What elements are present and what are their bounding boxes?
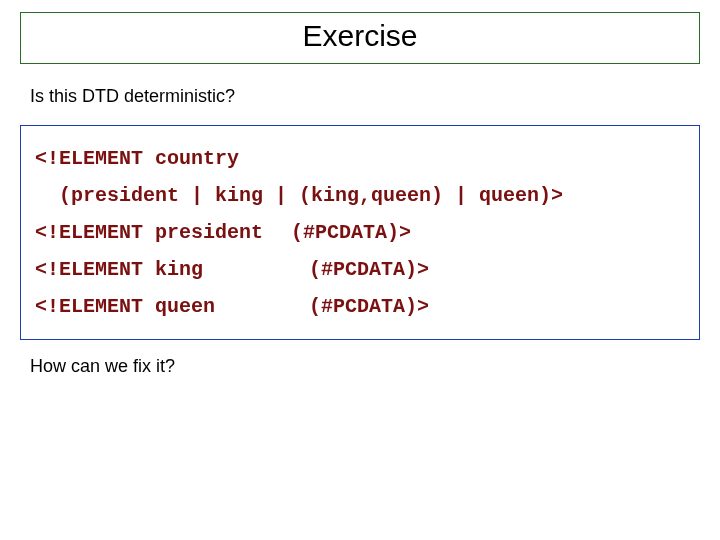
question-2: How can we fix it? [30, 356, 720, 377]
slide-title: Exercise [302, 19, 417, 52]
code-row-king: <!ELEMENT king (#PCDATA)> [35, 251, 685, 288]
code-left: <!ELEMENT queen [35, 288, 281, 325]
code-line-1: <!ELEMENT country [35, 140, 685, 177]
code-right: (#PCDATA)> [309, 288, 429, 325]
code-right: (#PCDATA)> [309, 251, 429, 288]
question-1: Is this DTD deterministic? [30, 86, 720, 107]
code-row-president: <!ELEMENT president (#PCDATA)> [35, 214, 685, 251]
code-left: <!ELEMENT president [35, 214, 263, 251]
code-right: (#PCDATA)> [291, 214, 411, 251]
title-box: Exercise [20, 12, 700, 64]
code-line-2: (president | king | (king,queen) | queen… [35, 177, 685, 214]
code-row-queen: <!ELEMENT queen (#PCDATA)> [35, 288, 685, 325]
dtd-code-box: <!ELEMENT country (president | king | (k… [20, 125, 700, 340]
code-left: <!ELEMENT king [35, 251, 281, 288]
